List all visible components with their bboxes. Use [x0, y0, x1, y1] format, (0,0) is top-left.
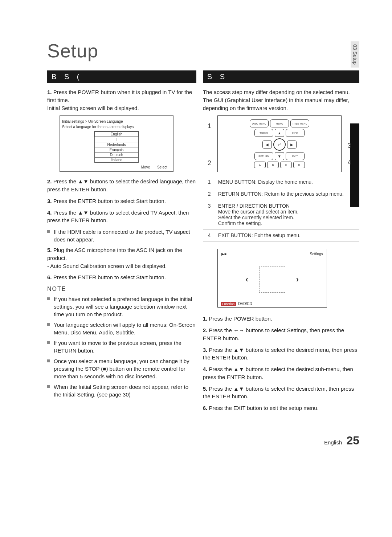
step-6: 6. Press the ENTER button to select Star… [47, 273, 196, 281]
footer-language: English [324, 439, 342, 446]
section-tab: 03 Setup [351, 41, 359, 68]
down-arrow-icon: ▼ [275, 152, 284, 160]
section-heading-before-setting: B S ( [47, 70, 196, 83]
step-3: 3. Press the ENTER button to select Star… [47, 197, 196, 205]
gear-icon [259, 267, 285, 293]
instruction-text: Select a language for the on-screen disp… [62, 125, 171, 129]
color-c-button: C [280, 162, 292, 168]
power-label: POWER [78, 89, 99, 95]
info-button: INFO [286, 129, 305, 137]
table-row: 4 EXIT BUTTON: Exit the setup menu. [203, 229, 359, 241]
remote-legend-table: 1 MENU BUTTON: Display the home menu. 2 … [203, 176, 359, 241]
text: Press the ▲▼ buttons to select desired T… [47, 209, 189, 224]
text: Move the cursor and select an item. [218, 209, 299, 215]
text: Press the ▲▼ buttons to select the desir… [47, 178, 196, 192]
select-label: Select [157, 165, 167, 169]
text: Conﬁrm the setting. [218, 220, 262, 226]
right-arrow-icon: ▶ [287, 141, 297, 149]
lang-option: ﬁ [94, 137, 139, 142]
return-button: RETURN [254, 152, 273, 160]
callout-2: 2 [208, 159, 211, 167]
move-label: Move [141, 165, 150, 169]
step-4: 4. Press the ▲▼ buttons to select desire… [47, 209, 196, 225]
text: - Auto Sound Calibration screen will be … [47, 263, 167, 269]
section-heading-setup-steps: S S [203, 70, 359, 83]
setup-step-5: 5. Press the ▲▼ buttons to select the de… [203, 385, 359, 401]
step-5: 5. Plug the ASC microphone into the ASC … [47, 246, 196, 270]
up-arrow-icon: ▲ [275, 129, 284, 137]
settings-screen-diagram: ▶■ Settings ‹ › Function DVD/CD [217, 249, 327, 308]
setup-step-4: 4. Press the ▲▼ buttons to select the de… [203, 365, 359, 381]
page-number: 25 [346, 434, 359, 447]
text: Press the ▲▼ buttons to select the desir… [203, 366, 353, 380]
tools-button: TOOLS [254, 129, 273, 137]
note-item: If you want to move to the previous scre… [47, 339, 196, 354]
note-item: If you have not selected a preferred lan… [47, 295, 196, 318]
color-a-button: A [254, 162, 266, 168]
lang-option: Nederlands [94, 142, 139, 147]
color-b-button: B [267, 162, 279, 168]
note-item: When the Initial Setting screen does not… [47, 383, 196, 398]
callout-1: 1 [208, 122, 211, 130]
text: Press the ENTER button to select Start b… [53, 274, 166, 280]
callout-3: 3 [348, 142, 351, 150]
step-1: 1. Press the POWER button when it is plu… [47, 88, 196, 112]
note-item: Your language selection will apply to al… [47, 321, 196, 336]
note-heading: NOTE [47, 286, 196, 292]
step-4-note: If the HDMI cable is connected to the pr… [47, 228, 196, 243]
remote-control-diagram: 1 2 3 4 DISC MENU MENU TITLE MENU TOOLS … [217, 115, 342, 172]
text: Select the currently selected item. [218, 215, 294, 220]
lang-option: Français [94, 147, 139, 152]
lang-option: Italiano [94, 157, 139, 163]
text: Initial Setting screen will be displayed… [47, 105, 139, 111]
lang-option: Deutsch [94, 152, 139, 158]
page-title: Setup [47, 40, 359, 62]
intro-paragraph: The access step may differ depending on … [203, 88, 359, 112]
setup-step-2: 2. Press the ←→ buttons to select Settin… [203, 326, 359, 342]
text: Press the ENTER button to select Start b… [53, 198, 166, 204]
source-label: DVD/CD [238, 302, 252, 306]
text: Press the [53, 89, 78, 95]
breadcrumb: Initial settings > On-Screen Language [62, 119, 171, 123]
note-item: Once you select a menu language, you can… [47, 357, 196, 380]
setup-step-6: 6. Press the EXIT button to exit the set… [203, 404, 359, 412]
setup-step-3: 3. Press the ▲▼ buttons to select the de… [203, 346, 359, 362]
lang-option: English [94, 131, 139, 137]
step-2: 2. Press the ▲▼ buttons to select the de… [47, 178, 196, 194]
legend-num: 2 [203, 188, 216, 200]
text: Press the EXIT button to exit the setup … [209, 405, 318, 411]
callout-4: 4 [348, 159, 351, 166]
text: Plug the ASC microphone into the ASC IN … [47, 247, 182, 261]
text: Press the ←→ buttons to select Settings,… [203, 327, 344, 341]
legend-text: EXIT BUTTON: Exit the setup menu. [216, 229, 359, 241]
disc-menu-button: DISC MENU [250, 119, 269, 127]
legend-num: 3 [203, 200, 216, 229]
table-row: 3 ENTER / DIRECTION BUTTON Move the curs… [203, 200, 359, 229]
title-menu-button: TITLE MENU [290, 119, 309, 127]
color-d-button: D [293, 162, 305, 168]
legend-text: MENU BUTTON: Display the home menu. [216, 176, 359, 188]
chevron-right-icon: › [296, 275, 299, 284]
chevron-left-icon: ‹ [245, 275, 248, 284]
table-row: 1 MENU BUTTON: Display the home menu. [203, 176, 359, 188]
setup-step-1: 1. Press the POWER button. [203, 315, 359, 323]
menu-button: MENU [270, 119, 289, 127]
enter-button-icon: ⏎ [273, 138, 286, 151]
legend-num: 4 [203, 229, 216, 241]
legend-num: 1 [203, 176, 216, 188]
left-arrow-icon: ◀ [262, 141, 272, 149]
exit-button: EXIT [286, 152, 305, 160]
settings-label: Settings [310, 252, 323, 256]
table-row: 2 RETURN BUTTON: Return to the previous … [203, 188, 359, 200]
legend-text: ENTER / DIRECTION BUTTON Move the cursor… [216, 200, 359, 229]
playback-icons: ▶■ [221, 252, 226, 256]
legend-text: RETURN BUTTON: Return to the previous se… [216, 188, 359, 200]
page-footer: English 25 [47, 434, 359, 447]
text: Press the ▲▼ buttons to select the desir… [203, 347, 358, 361]
text: ENTER / DIRECTION BUTTON [218, 203, 290, 209]
thumb-index-marker [350, 123, 359, 207]
text: Press the ▲▼ buttons to select the desir… [203, 386, 354, 400]
initial-settings-diagram: Initial settings > On-Screen Language Se… [60, 115, 173, 172]
function-tag: Function [221, 302, 236, 306]
text: Press the POWER button. [209, 316, 272, 322]
